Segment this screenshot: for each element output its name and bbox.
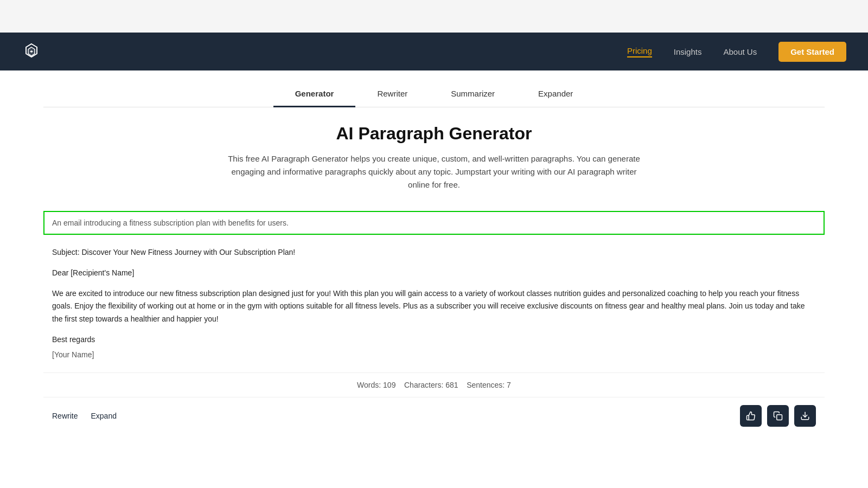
nav-item-insights[interactable]: Insights	[674, 47, 702, 56]
action-icons	[740, 405, 816, 427]
logo-icon	[22, 42, 41, 61]
title-section: AI Paragraph Generator This free AI Para…	[43, 107, 825, 202]
action-bar: Rewrite Expand	[43, 397, 825, 434]
copy-button[interactable]	[767, 405, 789, 427]
download-button[interactable]	[794, 405, 816, 427]
get-started-button[interactable]: Get Started	[778, 42, 846, 62]
navbar: Pricing Insights About Us Get Started	[0, 33, 868, 70]
output-subject: Subject: Discover Your New Fitness Journ…	[52, 246, 808, 259]
tab-rewriter[interactable]: Rewriter	[355, 81, 429, 107]
page-description: This free AI Paragraph Generator helps y…	[228, 152, 640, 191]
output-name: [Your Name]	[52, 349, 808, 362]
svg-rect-0	[777, 414, 782, 420]
logo[interactable]	[22, 42, 41, 61]
nav-item-about[interactable]: About Us	[723, 47, 757, 56]
output-greeting: Dear [Recipient's Name]	[52, 267, 808, 280]
output-body: We are excited to introduce our new fitn…	[52, 287, 808, 326]
characters-label: Characters:	[404, 381, 443, 389]
words-value: 109	[383, 381, 395, 389]
tab-generator[interactable]: Generator	[273, 81, 356, 107]
nav-links: Pricing Insights About Us Get Started	[627, 42, 846, 62]
tab-expander[interactable]: Expander	[516, 81, 595, 107]
prompt-input[interactable]	[43, 211, 825, 235]
sentences-value: 7	[507, 381, 511, 389]
expand-link[interactable]: Expand	[91, 412, 116, 420]
thumbs-up-icon	[746, 411, 756, 421]
output-area: Subject: Discover Your New Fitness Journ…	[43, 235, 825, 373]
rewrite-link[interactable]: Rewrite	[52, 412, 78, 420]
tabs-container: Generator Rewriter Summarizer Expander	[43, 70, 825, 107]
action-links: Rewrite Expand	[52, 412, 117, 420]
thumbs-up-button[interactable]	[740, 405, 762, 427]
nav-item-pricing[interactable]: Pricing	[627, 46, 652, 57]
input-section	[43, 202, 825, 235]
output-text: Subject: Discover Your New Fitness Journ…	[43, 235, 825, 373]
characters-value: 681	[445, 381, 458, 389]
tab-summarizer[interactable]: Summarizer	[429, 81, 516, 107]
main-content: Generator Rewriter Summarizer Expander A…	[43, 70, 825, 434]
words-label: Words:	[357, 381, 381, 389]
download-icon	[800, 411, 810, 421]
page-title: AI Paragraph Generator	[54, 124, 814, 144]
copy-icon	[773, 411, 783, 421]
sentences-label: Sentences:	[467, 381, 505, 389]
stats-bar: Words: 109 Characters: 681 Sentences: 7	[43, 373, 825, 397]
output-closing: Best regards	[52, 333, 808, 346]
